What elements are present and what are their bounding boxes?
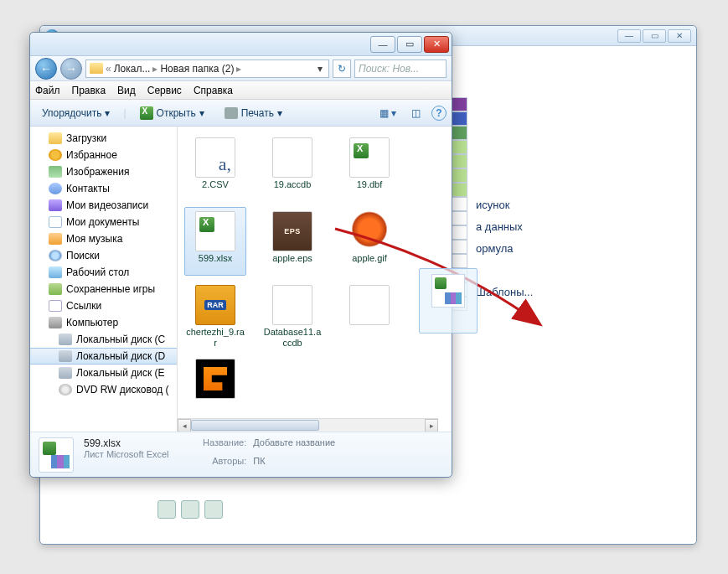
- nav-tree[interactable]: ЗагрузкиИзбранноеИзображенияКонтактыМои …: [30, 127, 178, 432]
- print-button[interactable]: Печать ▾: [218, 103, 289, 123]
- help-button[interactable]: ?: [431, 106, 447, 121]
- menu-edit[interactable]: Правка: [72, 85, 106, 96]
- tree-item[interactable]: Локальный диск (D: [30, 348, 177, 365]
- bg-maximize-button[interactable]: ▭: [643, 29, 666, 43]
- view-mode-button[interactable]: ▦ ▾: [376, 104, 400, 122]
- tree-item[interactable]: Локальный диск (C: [30, 331, 177, 348]
- file-label: chertezhi_9.rar: [185, 327, 245, 348]
- status-title-key: Название:: [203, 437, 246, 447]
- tree-item-label: Моя музыка: [66, 233, 122, 245]
- mus-icon: [49, 233, 62, 245]
- preview-pane-button[interactable]: ◫: [406, 104, 425, 122]
- file-thumb-gif: [349, 211, 390, 251]
- explorer-titlebar[interactable]: — ▭ ✕: [30, 33, 452, 56]
- file-item[interactable]: chertezhi_9.rar: [184, 281, 246, 349]
- menu-file[interactable]: Файл: [35, 85, 60, 96]
- file-item[interactable]: apple.gif: [338, 207, 400, 276]
- file-item[interactable]: Database11.accdb: [261, 281, 323, 349]
- search-input[interactable]: Поиск: Нов...: [354, 59, 447, 78]
- dvd-icon: [59, 384, 72, 396]
- refresh-button[interactable]: ↻: [333, 59, 351, 78]
- organize-button[interactable]: Упорядочить ▾: [35, 103, 116, 123]
- horizontal-scrollbar[interactable]: ◂ ▸: [178, 418, 438, 432]
- launcher-item[interactable]: а данных: [451, 215, 533, 237]
- status-filename: 599.xlsx: [84, 437, 193, 449]
- menu-view[interactable]: Вид: [117, 85, 136, 96]
- drv-icon: [59, 367, 72, 379]
- tree-item[interactable]: Избранное: [30, 147, 177, 163]
- tree-item-label: Избранное: [66, 149, 117, 161]
- tree-item[interactable]: Моя музыка: [30, 230, 177, 247]
- bg-close-button[interactable]: ✕: [668, 29, 691, 43]
- tree-item[interactable]: Контакты: [30, 180, 177, 197]
- breadcrumb-dropdown[interactable]: ▾: [315, 63, 325, 75]
- tree-item[interactable]: Поиски: [30, 247, 177, 264]
- back-button[interactable]: ←: [35, 58, 57, 80]
- maximize-button[interactable]: ▭: [397, 36, 422, 53]
- chevron-down-icon: ▾: [199, 107, 204, 119]
- bg-minimize-button[interactable]: —: [617, 29, 641, 43]
- search-placeholder: Поиск: Нов...: [359, 63, 419, 75]
- chevron-down-icon: ▾: [277, 107, 282, 119]
- tree-item-label: Рабочий стол: [66, 266, 129, 278]
- pic-icon: [49, 166, 62, 178]
- tree-item-label: DVD RW дисковод (: [76, 384, 169, 396]
- breadcrumb[interactable]: « Локал... ▸ Новая папка (2) ▸ ▾: [85, 59, 329, 78]
- scroll-left-button[interactable]: ◂: [178, 419, 191, 432]
- explorer-menubar: Файл Правка Вид Сервис Справка: [30, 81, 452, 100]
- tree-item[interactable]: Ссылки: [30, 297, 177, 314]
- file-item[interactable]: [184, 354, 246, 423]
- scroll-thumb[interactable]: [191, 420, 319, 431]
- breadcrumb-seg-2[interactable]: Новая папка (2): [160, 63, 234, 75]
- file-item[interactable]: 599.xlsx: [184, 207, 246, 276]
- file-item[interactable]: apple.eps: [261, 207, 323, 276]
- status-authors-value[interactable]: ПК: [253, 456, 335, 466]
- print-label: Печать: [241, 107, 274, 119]
- drv-icon: [59, 350, 72, 362]
- close-button[interactable]: ✕: [424, 36, 449, 53]
- breadcrumb-seg-1[interactable]: Локал...: [114, 63, 151, 75]
- status-title-value[interactable]: Добавьте название: [253, 437, 335, 447]
- file-item[interactable]: 19.accdb: [261, 133, 323, 202]
- star-icon: [49, 149, 62, 161]
- scroll-track[interactable]: [191, 419, 425, 432]
- puzzle-icon[interactable]: [181, 500, 199, 519]
- file-label: Database11.accdb: [262, 327, 323, 348]
- fld-icon: [49, 132, 62, 144]
- save-icon: [49, 283, 62, 295]
- scroll-right-button[interactable]: ▸: [425, 419, 438, 432]
- tree-item[interactable]: Компьютер: [30, 314, 177, 331]
- extension-icon[interactable]: [157, 500, 176, 519]
- launcher-item[interactable]: исунок: [451, 194, 533, 215]
- tree-item[interactable]: Мои документы: [30, 214, 177, 230]
- open-button[interactable]: Открыть ▾: [133, 103, 211, 123]
- minimize-button[interactable]: —: [370, 36, 395, 53]
- tree-item[interactable]: Мои видеозаписи: [30, 197, 177, 214]
- openoffice-launchers: исунока данныхормулаШаблоны...: [451, 194, 533, 303]
- menu-help[interactable]: Справка: [194, 85, 233, 96]
- menu-tools[interactable]: Сервис: [147, 85, 182, 96]
- tree-item[interactable]: Рабочий стол: [30, 264, 177, 281]
- tree-item-label: Компьютер: [66, 317, 118, 328]
- file-item[interactable]: 19.dbf: [338, 133, 400, 202]
- file-item[interactable]: [338, 281, 400, 349]
- file-grid[interactable]: 2.CSV19.accdb19.dbf599.xlsxapple.epsappl…: [178, 127, 452, 432]
- forward-button[interactable]: →: [60, 58, 82, 80]
- globe-icon[interactable]: [204, 500, 223, 519]
- launcher-item[interactable]: [451, 259, 533, 281]
- tree-item[interactable]: DVD RW дисковод (: [30, 381, 177, 398]
- tree-item[interactable]: Локальный диск (E: [30, 365, 177, 381]
- tree-item[interactable]: Сохраненные игры: [30, 281, 177, 297]
- launcher-item[interactable]: ормула: [451, 237, 533, 259]
- link-icon: [49, 300, 62, 312]
- folder-icon: [90, 63, 103, 74]
- tree-item[interactable]: Загрузки: [30, 130, 177, 147]
- status-authors-key: Авторы:: [203, 456, 246, 466]
- tree-item[interactable]: Изображения: [30, 163, 177, 180]
- open-label: Открыть: [157, 107, 196, 119]
- file-item[interactable]: 2.CSV: [184, 133, 246, 202]
- file-label: 19.dbf: [357, 179, 383, 190]
- launcher-item[interactable]: Шаблоны...: [451, 281, 533, 303]
- excel-icon: [140, 106, 153, 120]
- file-thumb-csv: [195, 137, 235, 178]
